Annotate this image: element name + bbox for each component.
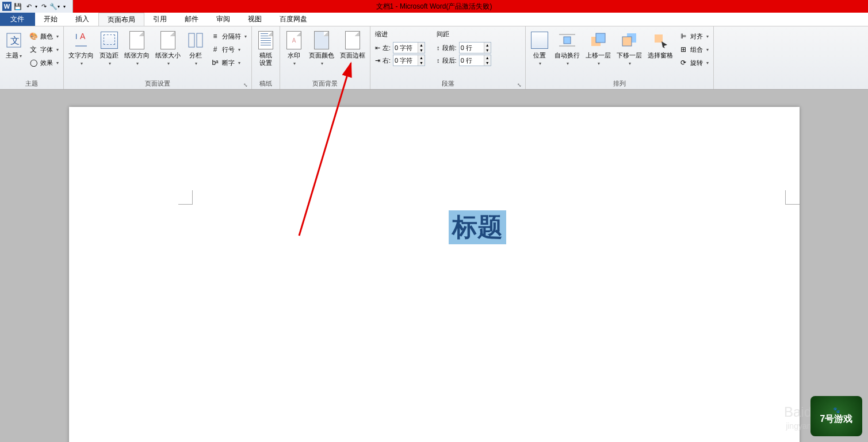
tab-baidu[interactable]: 百度网盘 (271, 13, 316, 26)
svg-rect-14 (655, 34, 663, 43)
hyphenation-icon: bª (211, 58, 220, 67)
group-manuscript: 稿纸 设置 稿纸 (252, 26, 280, 89)
group-page-background: A水印▾ 页面颜色▾ 页面边框 页面背景 (280, 26, 370, 89)
window-title: 文档1 - Microsoft Word(产品激活失败) (376, 2, 492, 11)
spacing-after-icon: ↕ (437, 57, 440, 64)
tab-review[interactable]: 审阅 (208, 13, 239, 26)
svg-rect-13 (622, 37, 632, 46)
indent-right-icon: ⇥ (375, 57, 380, 64)
colors-icon: 🎨 (29, 32, 38, 41)
group-label-paragraph: 段落⤡ (373, 78, 523, 89)
wrap-text-button[interactable]: 自动换行▾ (552, 30, 582, 68)
text-direction-icon: IA (72, 31, 90, 49)
document-page[interactable]: 标题 (69, 107, 800, 442)
group-themes: 文 主题▾ 🎨颜色▾ 文字体▾ ◯效果▾ 主题 (0, 26, 64, 89)
selection-icon (651, 31, 670, 49)
svg-rect-5 (189, 33, 194, 47)
page-setup-launcher[interactable]: ⤡ (243, 82, 248, 88)
margins-icon (100, 31, 118, 49)
svg-text:A: A (80, 32, 86, 41)
qat-customize-button[interactable]: 🔧▾ (50, 2, 59, 11)
page-borders-button[interactable]: 页面边框 (338, 30, 368, 60)
spacing-before-label: 段前: (442, 44, 457, 52)
svg-rect-7 (564, 37, 571, 44)
group-label-page-setup: 页面设置⤡ (66, 78, 249, 89)
rotate-button[interactable]: ⟳旋转▾ (676, 56, 711, 69)
document-workspace[interactable]: 标题 (0, 90, 868, 442)
spacing-label: 间距 (437, 30, 491, 41)
spacing-after-input[interactable]: ▲▼ (459, 55, 491, 66)
align-button[interactable]: ⊫对齐▾ (676, 30, 711, 43)
paragraph-launcher[interactable]: ⤡ (517, 82, 522, 88)
group-arrange: 位置▾ 自动换行▾ 上移一层▾ 下移一层▾ 选择窗格 ⊫对齐▾ ⊞组合▾ ⟳旋转… (526, 26, 714, 89)
orientation-button[interactable]: 纸张方向▾ (122, 30, 152, 68)
save-button[interactable]: 💾 (13, 2, 22, 11)
hyphenation-button[interactable]: bª断字▾ (208, 56, 249, 69)
columns-button[interactable]: 分栏▾ (184, 30, 207, 68)
undo-button[interactable]: ↶ (24, 2, 33, 11)
tab-references[interactable]: 引用 (144, 13, 176, 26)
fonts-icon: 文 (29, 45, 38, 54)
group-page-setup: IA文字方向▾ 页边距▾ 纸张方向▾ 纸张大小▾ 分栏▾ ≡分隔符▾ #行号▾ … (64, 26, 252, 89)
group-paragraph: 缩进 ⇤左:▲▼ ⇥右:▲▼ 间距 ↕段前:▲▼ ↕段后:▲▼ 段落⤡ (370, 26, 526, 89)
page-color-button[interactable]: 页面颜色▾ (307, 30, 337, 68)
position-icon (530, 31, 549, 49)
theme-effects-button[interactable]: ◯效果▾ (26, 56, 61, 69)
qat-dropdown-icon[interactable]: ▾ (61, 4, 68, 9)
group-objects-button[interactable]: ⊞组合▾ (676, 43, 711, 56)
size-icon (159, 31, 177, 49)
page-color-icon (312, 31, 331, 49)
svg-rect-11 (596, 33, 605, 43)
line-numbers-icon: # (211, 45, 220, 54)
indent-left-icon: ⇤ (375, 44, 380, 52)
redo-button[interactable]: ↷ (39, 2, 48, 11)
send-backward-button[interactable]: 下移一层▾ (614, 30, 644, 68)
theme-colors-button[interactable]: 🎨颜色▾ (26, 30, 61, 43)
manuscript-icon (257, 31, 275, 49)
effects-icon: ◯ (29, 58, 38, 67)
margins-button[interactable]: 页边距▾ (97, 30, 121, 68)
indent-right-label: 右: (383, 56, 391, 65)
text-direction-button[interactable]: IA文字方向▾ (66, 30, 96, 68)
spacing-before-icon: ↕ (437, 44, 440, 51)
breaks-button[interactable]: ≡分隔符▾ (208, 30, 249, 43)
tab-mailings[interactable]: 邮件 (176, 13, 208, 26)
page-borders-icon (343, 31, 362, 49)
indent-right-input[interactable]: ▲▼ (393, 55, 425, 66)
selection-pane-button[interactable]: 选择窗格 (645, 30, 675, 60)
watermark-icon: A (285, 31, 303, 49)
group-label-arrange: 排列 (528, 78, 711, 89)
bring-forward-button[interactable]: 上移一层▾ (583, 30, 613, 68)
document-heading-selected[interactable]: 标题 (449, 210, 506, 244)
group-label-page-background: 页面背景 (282, 78, 368, 89)
group-label-manuscript: 稿纸 (254, 78, 277, 89)
margin-corner-top-left (178, 190, 193, 205)
manuscript-settings-button[interactable]: 稿纸 设置 (254, 30, 277, 68)
svg-text:I: I (75, 33, 77, 41)
tab-insert[interactable]: 插入 (67, 13, 98, 26)
spacing-before-input[interactable]: ▲▼ (459, 42, 491, 53)
watermark-button[interactable]: A水印▾ (282, 30, 305, 68)
themes-icon: 文 (5, 31, 23, 49)
tab-file[interactable]: 文件 (0, 13, 35, 26)
tab-home[interactable]: 开始 (35, 13, 67, 26)
themes-button[interactable]: 文 主题▾ (2, 30, 25, 60)
size-button[interactable]: 纸张大小▾ (153, 30, 183, 68)
orientation-icon (128, 31, 146, 49)
wrap-icon (558, 31, 576, 49)
indent-left-label: 左: (383, 44, 391, 52)
tab-view[interactable]: 视图 (239, 13, 271, 26)
group-label-themes: 主题 (2, 78, 61, 89)
position-button[interactable]: 位置▾ (528, 30, 551, 68)
breaks-icon: ≡ (211, 32, 220, 41)
ribbon: 文 主题▾ 🎨颜色▾ 文字体▾ ◯效果▾ 主题 IA文字方向▾ 页边距▾ 纸张方… (0, 26, 868, 90)
indent-left-input[interactable]: ▲▼ (393, 42, 425, 53)
line-numbers-button[interactable]: #行号▾ (208, 43, 249, 56)
margin-corner-top-right (785, 190, 800, 205)
rotate-icon: ⟳ (679, 58, 688, 67)
tab-page-layout[interactable]: 页面布局 (98, 13, 144, 26)
theme-fonts-button[interactable]: 文字体▾ (26, 43, 61, 56)
forward-icon (589, 31, 607, 49)
indent-label: 缩进 (375, 30, 425, 41)
svg-text:文: 文 (10, 36, 20, 45)
